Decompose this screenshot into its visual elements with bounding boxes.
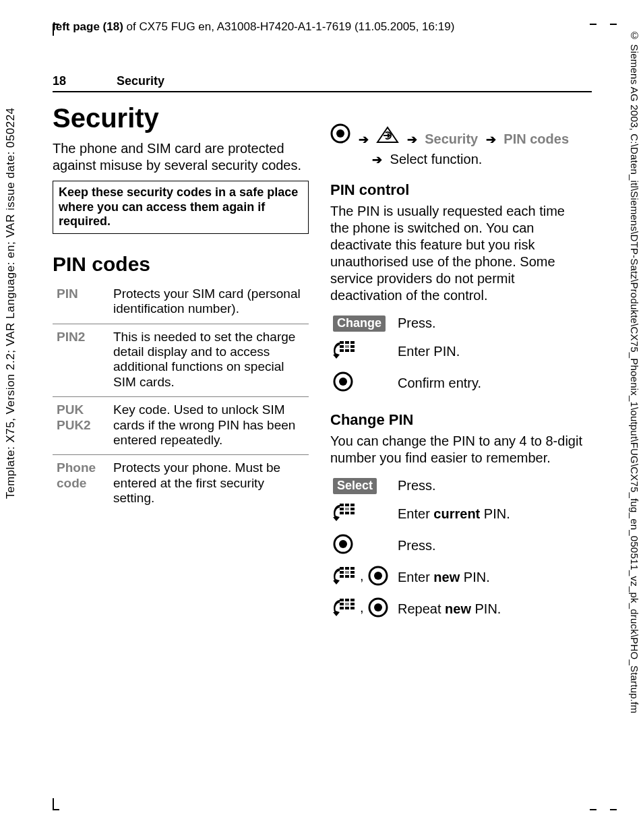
- table-row: Phone code Protects your phone. Must be …: [53, 455, 309, 513]
- section-title: Security: [117, 74, 164, 88]
- note-box: Keep these security codes in a safe plac…: [53, 181, 309, 234]
- nav-tail: Select function.: [390, 152, 483, 167]
- pin-control-steps: Change Press. Enter PIN.: [330, 311, 586, 399]
- nav-pin-codes: PIN codes: [503, 131, 569, 146]
- svg-rect-32: [350, 575, 355, 578]
- svg-rect-18: [350, 508, 355, 510]
- svg-rect-4: [345, 341, 349, 344]
- def-value: This is needed to set the charge detail …: [109, 324, 309, 397]
- arrow-icon: ➔: [372, 151, 382, 169]
- def-value: Protects your SIM card (personal identif…: [109, 281, 309, 324]
- svg-rect-6: [340, 345, 344, 348]
- svg-point-1: [336, 129, 344, 138]
- comma: ,: [360, 568, 364, 584]
- pin-definitions-table: PIN Protects your SIM card (personal ide…: [53, 281, 309, 513]
- page: left page (18) of CX75 FUG en, A31008-H7…: [53, 20, 592, 816]
- heading-pin-control: PIN control: [330, 181, 586, 199]
- svg-rect-19: [340, 512, 344, 514]
- def-key: PUK PUK2: [53, 397, 109, 455]
- keypad-icon: [333, 340, 356, 360]
- keypad-icon: [333, 566, 356, 586]
- step-text: Enter current PIN.: [395, 498, 586, 530]
- page-number: 18: [53, 74, 113, 88]
- center-key-icon: [333, 371, 353, 392]
- step-text: Press.: [395, 311, 586, 336]
- heading-pin-codes: PIN codes: [53, 253, 309, 276]
- table-row: PUK PUK2 Key code. Used to unlock SIM ca…: [53, 397, 309, 455]
- right-margin-note: © Siemens AG 2003, C:\Daten_itl\Siemens\…: [629, 30, 640, 825]
- arrow-icon: ➔: [359, 131, 369, 149]
- crop-mark: [610, 809, 617, 810]
- svg-rect-14: [340, 504, 344, 506]
- svg-rect-16: [350, 504, 355, 506]
- arrow-icon: ➔: [407, 131, 417, 149]
- step-text: Repeat new PIN.: [395, 593, 586, 625]
- svg-rect-7: [350, 345, 355, 348]
- svg-point-35: [374, 572, 382, 580]
- nav-security: Security: [425, 131, 478, 146]
- pin-control-paragraph: The PIN is usually requested each time t…: [330, 203, 586, 304]
- change-pin-paragraph: You can change the PIN to any 4 to 8-dig…: [330, 433, 586, 467]
- step-text: Confirm entry.: [395, 367, 586, 399]
- center-key-icon: [368, 566, 388, 586]
- svg-rect-37: [345, 599, 349, 601]
- svg-rect-25: [340, 567, 344, 570]
- arrow-icon: ➔: [486, 131, 496, 149]
- def-value: Protects your phone. Must be entered at …: [109, 455, 309, 513]
- svg-rect-11: [345, 345, 349, 348]
- top-meta-rest: of CX75 FUG en, A31008-H7420-A1-1-7619 (…: [123, 20, 454, 33]
- svg-rect-30: [340, 575, 344, 578]
- svg-point-46: [374, 603, 382, 611]
- svg-rect-33: [345, 571, 349, 574]
- comma: ,: [360, 600, 364, 616]
- menu-path: ➔ ➔ Security ➔ PIN codes ➔ Select functi…: [330, 123, 586, 169]
- crop-mark: [610, 24, 617, 25]
- svg-rect-17: [340, 508, 344, 510]
- svg-rect-29: [350, 571, 355, 574]
- svg-point-13: [339, 378, 347, 386]
- svg-rect-22: [345, 508, 349, 510]
- step-text: Enter PIN.: [395, 336, 586, 367]
- svg-rect-20: [345, 512, 349, 514]
- svg-rect-42: [345, 607, 349, 609]
- def-key: PIN2: [53, 324, 109, 397]
- table-row: PIN Protects your SIM card (personal ide…: [53, 281, 309, 324]
- svg-rect-21: [350, 512, 355, 514]
- svg-point-24: [339, 540, 347, 548]
- svg-rect-43: [350, 607, 355, 609]
- svg-rect-3: [340, 341, 344, 344]
- svg-rect-38: [350, 599, 355, 601]
- svg-rect-5: [350, 341, 355, 344]
- svg-rect-28: [340, 571, 344, 574]
- svg-rect-40: [350, 603, 355, 605]
- left-margin-note: Template: X75, Version 2.2; VAR Language…: [4, 40, 20, 499]
- svg-rect-9: [345, 349, 349, 352]
- right-column: ➔ ➔ Security ➔ PIN codes ➔ Select functi…: [330, 99, 586, 625]
- top-meta-line: left page (18) of CX75 FUG en, A31008-H7…: [53, 20, 592, 34]
- keypad-icon: [333, 502, 356, 522]
- heading-change-pin: Change PIN: [330, 411, 586, 429]
- running-head: 18 Security: [53, 74, 592, 92]
- softkey-change: Change: [333, 316, 386, 332]
- step-text: Press.: [395, 473, 586, 498]
- softkey-select: Select: [333, 478, 377, 494]
- step-text: Press.: [395, 530, 586, 562]
- center-key-icon: [333, 534, 353, 554]
- def-value: Key code. Used to unlock SIM cards if th…: [109, 397, 309, 455]
- svg-rect-31: [345, 575, 349, 578]
- svg-rect-39: [340, 603, 344, 605]
- def-key: PIN: [53, 281, 109, 324]
- svg-rect-27: [350, 567, 355, 570]
- settings-menu-icon: [376, 126, 399, 144]
- svg-rect-8: [340, 349, 344, 352]
- svg-rect-44: [345, 603, 349, 605]
- svg-rect-41: [340, 607, 344, 609]
- keypad-icon: [333, 597, 356, 618]
- svg-rect-15: [345, 504, 349, 506]
- change-pin-steps: Select Press. Enter curren: [330, 473, 586, 625]
- intro-paragraph: The phone and SIM card are protected aga…: [53, 140, 309, 174]
- center-key-icon: [330, 123, 350, 144]
- heading-security: Security: [53, 103, 309, 133]
- top-meta-bold: left page (18): [53, 20, 123, 33]
- left-column: Security The phone and SIM card are prot…: [53, 99, 309, 625]
